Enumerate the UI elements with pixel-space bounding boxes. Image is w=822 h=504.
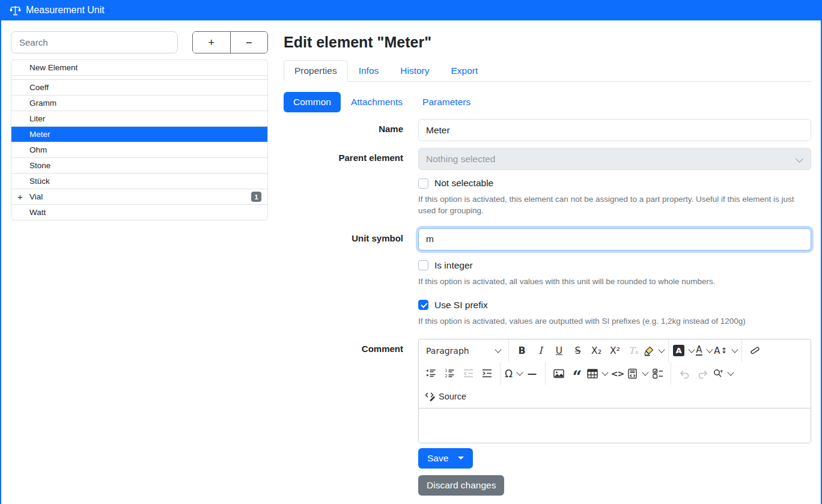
tree-item[interactable]: Stück: [11, 173, 267, 189]
font-size-dropdown[interactable]: A ↕: [714, 342, 737, 360]
html-embed-icon: [627, 368, 638, 379]
unit-symbol-label: Unit symbol: [284, 228, 418, 339]
bulleted-list-icon: [426, 368, 436, 378]
chevron-down-icon: [601, 369, 608, 375]
table-icon: [587, 368, 598, 379]
block-quote-button[interactable]: “: [568, 361, 586, 386]
tab-export[interactable]: Export: [440, 60, 489, 82]
remove-format-button[interactable]: Tₓ: [625, 342, 642, 360]
numbered-list-button[interactable]: 1 2: [441, 365, 458, 383]
insert-table-dropdown[interactable]: [587, 365, 607, 383]
bold-button[interactable]: B: [513, 342, 531, 360]
paragraph-style-dropdown[interactable]: Paragraph: [422, 342, 504, 360]
outdent-button[interactable]: [460, 365, 477, 383]
indent-button[interactable]: [478, 365, 496, 383]
save-dropdown-caret-icon[interactable]: [458, 457, 464, 460]
tree-spacer: [11, 75, 267, 79]
editor-content-area[interactable]: [419, 408, 811, 443]
is-integer-help: If this option is activated, all values …: [418, 276, 811, 288]
chevron-down-icon: [796, 155, 803, 163]
edit-form: Name Parent element Nothing selected Not…: [284, 119, 811, 496]
source-code-icon: [424, 390, 436, 403]
highlight-dropdown[interactable]: [644, 342, 664, 360]
numbered-list-icon: 1 2: [445, 368, 455, 378]
chevron-down-icon: [731, 346, 738, 353]
name-label: Name: [284, 119, 418, 141]
undo-button[interactable]: [675, 365, 693, 383]
search-input[interactable]: [11, 31, 178, 53]
page-body: + − New Element Coeff Gramm Liter Meter …: [0, 20, 822, 504]
use-si-prefix-label: Use SI prefix: [434, 300, 488, 311]
expand-node-icon[interactable]: +: [17, 192, 29, 202]
app-title: Measurement Unit: [26, 5, 105, 16]
source-editing-button[interactable]: Source: [424, 390, 466, 403]
indent-icon: [482, 368, 492, 378]
svg-text:1: 1: [445, 368, 448, 373]
code-block-button[interactable]: <>: [609, 365, 626, 383]
use-si-prefix-checkbox[interactable]: [418, 300, 428, 310]
subtab-attachments[interactable]: Attachments: [341, 92, 412, 112]
html-embed-dropdown[interactable]: [627, 365, 648, 383]
svg-text:2: 2: [445, 374, 448, 378]
parent-element-label: Parent element: [284, 148, 418, 228]
subscript-button[interactable]: X₂: [588, 342, 605, 360]
expand-all-button[interactable]: +: [193, 32, 231, 53]
editor-toolbar-row-2: 1 2: [419, 362, 811, 385]
redo-icon: [698, 368, 708, 379]
tree-item-new-element[interactable]: New Element: [11, 60, 267, 75]
tree-item[interactable]: Stone: [11, 157, 267, 173]
italic-button[interactable]: I: [532, 342, 549, 360]
link-icon: [750, 345, 760, 356]
use-si-prefix-help: If this option is activated, values are …: [418, 316, 811, 327]
collapse-all-button[interactable]: −: [231, 32, 268, 53]
tree-item[interactable]: Coeff: [11, 79, 267, 95]
editor-toolbar-row-1: Paragraph B I U S X₂ X² Tₓ: [419, 339, 811, 362]
subtab-common[interactable]: Common: [284, 92, 341, 112]
find-and-replace-dropdown[interactable]: [713, 365, 733, 383]
not-selectable-checkbox[interactable]: [418, 178, 428, 189]
save-button[interactable]: Save: [418, 448, 473, 469]
tab-infos[interactable]: Infos: [348, 60, 390, 82]
chevron-down-icon: [495, 346, 501, 353]
link-button[interactable]: [746, 342, 764, 360]
tab-properties[interactable]: Properties: [284, 60, 348, 82]
chevron-down-icon: [688, 346, 695, 353]
superscript-button[interactable]: X²: [606, 342, 624, 360]
redo-button[interactable]: [694, 365, 711, 383]
tab-history[interactable]: History: [389, 60, 440, 82]
chevron-down-icon: [658, 346, 665, 353]
name-input[interactable]: [418, 119, 811, 141]
todo-list-icon: [653, 368, 663, 379]
insert-image-button[interactable]: [550, 365, 567, 383]
underline-button[interactable]: U: [550, 342, 568, 360]
subtab-parameters[interactable]: Parameters: [413, 92, 480, 112]
bulleted-list-button[interactable]: [422, 365, 440, 383]
tree-item-selected[interactable]: Meter: [11, 126, 267, 142]
font-background-color-dropdown[interactable]: A: [673, 342, 694, 360]
tree-item[interactable]: Gramm: [11, 95, 267, 111]
app-header: Measurement Unit: [0, 0, 822, 20]
horizontal-line-button[interactable]: —: [523, 365, 541, 383]
chevron-down-icon: [642, 369, 648, 375]
parent-element-select: Nothing selected: [418, 148, 811, 170]
child-count-badge: 1: [251, 192, 261, 202]
balance-scale-icon: [10, 5, 21, 16]
chevron-down-icon: [727, 369, 734, 375]
sub-tab-bar: Common Attachments Parameters: [284, 92, 811, 112]
tree-item[interactable]: Liter: [11, 111, 267, 126]
is-integer-checkbox[interactable]: [418, 260, 428, 270]
tree-item[interactable]: Ohm: [11, 142, 267, 157]
tree-item-vial[interactable]: + Vial 1: [11, 189, 267, 204]
font-color-dropdown[interactable]: A: [695, 342, 713, 360]
app-brand[interactable]: Measurement Unit: [10, 5, 105, 16]
special-characters-dropdown[interactable]: Ω: [505, 365, 522, 383]
tree-toolbar: + −: [192, 31, 268, 53]
discard-changes-button[interactable]: Discard changes: [418, 475, 504, 496]
unit-symbol-input[interactable]: [418, 228, 811, 250]
todo-list-button[interactable]: [649, 365, 666, 383]
tree-item[interactable]: Watt: [11, 204, 267, 220]
element-tree: New Element Coeff Gramm Liter Meter Ohm …: [11, 59, 268, 220]
strikethrough-button[interactable]: S: [569, 342, 586, 360]
main-panel: Edit element "Meter" Properties Infos Hi…: [268, 31, 811, 504]
chevron-down-icon: [516, 369, 523, 375]
